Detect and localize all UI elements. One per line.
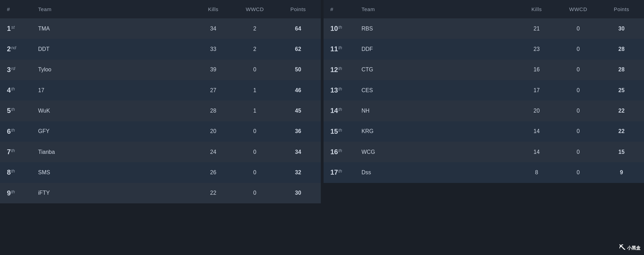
kills-cell: 14 [516, 121, 557, 142]
wwcd-cell: 2 [234, 18, 276, 39]
kills-cell: 17 [516, 80, 557, 100]
wwcd-cell: 0 [557, 18, 599, 39]
rank-number: 9 [7, 189, 11, 197]
watermark-icon: ⛏ [619, 244, 625, 252]
rank-cell: 3rd [0, 60, 31, 80]
team-cell: Tianba [31, 142, 193, 162]
team-cell: TMA [31, 18, 193, 39]
wwcd-cell: 2 [234, 39, 276, 59]
rank-number: 2 [7, 45, 11, 53]
wwcd-cell: 0 [557, 80, 599, 100]
left-table-header: # Team Kills WWCD Points [0, 0, 321, 18]
wwcd-cell: 0 [234, 183, 276, 203]
right-table-header: # Team Kills WWCD Points [324, 0, 644, 18]
points-cell: 34 [276, 142, 321, 162]
table-row: 11th DDF 23 0 28 [324, 39, 644, 59]
points-cell: 28 [599, 39, 644, 59]
rank-cell: 5th [0, 100, 31, 121]
team-cell: RBS [355, 18, 516, 39]
team-cell: DDF [355, 39, 516, 59]
rank-suffix: th [11, 189, 15, 194]
wwcd-cell: 0 [557, 162, 599, 183]
table-row: 17th Dss 8 0 9 [324, 162, 644, 183]
kills-cell: 23 [516, 39, 557, 59]
wwcd-cell: 0 [557, 39, 599, 59]
rank-suffix: th [338, 86, 342, 91]
rank-number: 6 [7, 128, 11, 135]
points-cell: 64 [276, 18, 321, 39]
kills-cell: 14 [516, 142, 557, 162]
table-row: 2nd DDT 33 2 62 [0, 39, 321, 59]
rank-cell: 15th [324, 121, 355, 142]
rank-suffix: th [338, 45, 342, 50]
team-cell: CES [355, 80, 516, 100]
team-cell: SMS [31, 162, 193, 183]
rank-cell: 11th [324, 39, 355, 59]
rank-suffix: th [338, 128, 342, 133]
right-table-section: # Team Kills WWCD Points 10th RBS 21 0 3… [324, 0, 644, 255]
table-row: 3rd Tyloo 39 0 50 [0, 60, 321, 80]
right-table-body: 10th RBS 21 0 30 11th DDF 23 0 28 12th C… [324, 18, 644, 183]
watermark-text: 小黑盒 [627, 245, 641, 251]
table-row: 14th NH 20 0 22 [324, 100, 644, 121]
team-cell: Tyloo [31, 60, 193, 80]
rank-suffix: th [11, 107, 15, 112]
header-wwcd-right: WWCD [557, 0, 599, 18]
points-cell: 15 [599, 142, 644, 162]
kills-cell: 21 [516, 18, 557, 39]
header-team-left: Team [31, 0, 193, 18]
team-cell: DDT [31, 39, 193, 59]
tables-wrapper: # Team Kills WWCD Points 1st TMA 34 2 64… [0, 0, 644, 255]
points-cell: 45 [276, 100, 321, 121]
team-cell: KRG [355, 121, 516, 142]
rank-cell: 13th [324, 80, 355, 100]
rank-number: 7 [7, 148, 11, 156]
wwcd-cell: 0 [234, 60, 276, 80]
rank-suffix: th [338, 168, 342, 174]
header-points-left: Points [276, 0, 321, 18]
header-team-right: Team [355, 0, 516, 18]
wwcd-cell: 0 [234, 121, 276, 142]
rank-suffix: nd [11, 45, 16, 50]
rank-cell: 7th [0, 142, 31, 162]
rank-number: 3 [7, 66, 11, 73]
table-row: 7th Tianba 24 0 34 [0, 142, 321, 162]
kills-cell: 20 [193, 121, 234, 142]
team-cell: Dss [355, 162, 516, 183]
kills-cell: 34 [193, 18, 234, 39]
wwcd-cell: 0 [234, 142, 276, 162]
kills-cell: 24 [193, 142, 234, 162]
header-rank-right: # [324, 0, 355, 18]
header-rank-left: # [0, 0, 31, 18]
kills-cell: 22 [193, 183, 234, 203]
left-table-section: # Team Kills WWCD Points 1st TMA 34 2 64… [0, 0, 321, 255]
rank-cell: 2nd [0, 39, 31, 59]
points-cell: 46 [276, 80, 321, 100]
watermark: ⛏ 小黑盒 [619, 244, 641, 252]
team-cell: GFY [31, 121, 193, 142]
wwcd-cell: 0 [557, 142, 599, 162]
rank-suffix: th [338, 148, 342, 153]
rank-cell: 4th [0, 80, 31, 100]
rank-number: 5 [7, 107, 11, 115]
kills-cell: 33 [193, 39, 234, 59]
rank-suffix: th [11, 86, 15, 91]
right-leaderboard-table: # Team Kills WWCD Points 10th RBS 21 0 3… [324, 0, 644, 183]
team-cell: iFTY [31, 183, 193, 203]
kills-cell: 27 [193, 80, 234, 100]
rank-number: 10 [330, 25, 338, 32]
header-kills-left: Kills [193, 0, 234, 18]
rank-cell: 17th [324, 162, 355, 183]
rank-suffix: th [11, 168, 15, 174]
header-points-right: Points [599, 0, 644, 18]
kills-cell: 28 [193, 100, 234, 121]
table-row: 10th RBS 21 0 30 [324, 18, 644, 39]
table-row: 6th GFY 20 0 36 [0, 121, 321, 142]
rank-cell: 9th [0, 183, 31, 203]
team-cell: NH [355, 100, 516, 121]
left-leaderboard-table: # Team Kills WWCD Points 1st TMA 34 2 64… [0, 0, 321, 203]
wwcd-cell: 1 [234, 80, 276, 100]
rank-suffix: st [11, 25, 15, 30]
team-cell: WuK [31, 100, 193, 121]
wwcd-cell: 0 [234, 162, 276, 183]
